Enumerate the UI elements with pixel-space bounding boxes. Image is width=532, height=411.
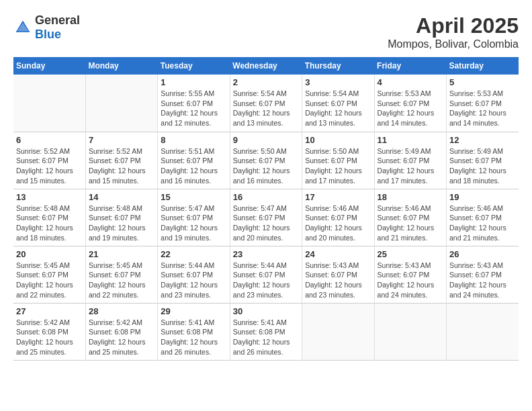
day-number: 28 — [89, 306, 154, 316]
calendar-header-row: SundayMondayTuesdayWednesdayThursdayFrid… — [13, 57, 519, 75]
day-number: 12 — [449, 135, 516, 145]
header-friday: Friday — [374, 57, 446, 75]
calendar-cell: 2Sunrise: 5:54 AM Sunset: 6:07 PM Daylig… — [230, 75, 302, 132]
day-info: Sunrise: 5:46 AM Sunset: 6:07 PM Dayligh… — [378, 203, 443, 243]
header-sunday: Sunday — [13, 57, 85, 75]
day-info: Sunrise: 5:53 AM Sunset: 6:07 PM Dayligh… — [378, 89, 443, 128]
calendar-cell: 22Sunrise: 5:44 AM Sunset: 6:07 PM Dayli… — [158, 246, 230, 303]
week-row-4: 20Sunrise: 5:45 AM Sunset: 6:07 PM Dayli… — [13, 246, 519, 303]
day-number: 19 — [449, 192, 516, 202]
calendar-cell: 6Sunrise: 5:52 AM Sunset: 6:07 PM Daylig… — [13, 132, 85, 189]
day-info: Sunrise: 5:50 AM Sunset: 6:07 PM Dayligh… — [305, 146, 371, 186]
header-saturday: Saturday — [447, 57, 519, 75]
day-info: Sunrise: 5:54 AM Sunset: 6:07 PM Dayligh… — [233, 89, 299, 128]
calendar-cell: 27Sunrise: 5:42 AM Sunset: 6:08 PM Dayli… — [13, 303, 85, 360]
calendar-cell: 30Sunrise: 5:41 AM Sunset: 6:08 PM Dayli… — [230, 303, 302, 360]
day-number: 14 — [89, 192, 154, 202]
day-number: 21 — [89, 249, 154, 259]
day-info: Sunrise: 5:53 AM Sunset: 6:07 PM Dayligh… — [449, 89, 516, 128]
page-header: General Blue April 2025 Mompos, Bolivar,… — [13, 13, 519, 50]
logo-text: General Blue — [35, 13, 80, 42]
day-info: Sunrise: 5:43 AM Sunset: 6:07 PM Dayligh… — [378, 261, 443, 300]
day-number: 17 — [305, 192, 371, 202]
day-info: Sunrise: 5:46 AM Sunset: 6:07 PM Dayligh… — [305, 203, 371, 243]
location-title: Mompos, Bolivar, Colombia — [388, 38, 519, 50]
day-number: 3 — [305, 77, 371, 87]
day-number: 11 — [378, 135, 443, 145]
day-number: 27 — [16, 306, 83, 316]
title-block: April 2025 Mompos, Bolivar, Colombia — [388, 13, 519, 50]
header-thursday: Thursday — [302, 57, 374, 75]
calendar-cell: 17Sunrise: 5:46 AM Sunset: 6:07 PM Dayli… — [302, 189, 374, 246]
calendar-cell: 23Sunrise: 5:44 AM Sunset: 6:07 PM Dayli… — [230, 246, 302, 303]
logo-blue: Blue — [35, 28, 61, 41]
calendar-cell — [13, 75, 85, 132]
day-info: Sunrise: 5:41 AM Sunset: 6:08 PM Dayligh… — [233, 318, 299, 357]
day-number: 6 — [16, 135, 83, 145]
header-tuesday: Tuesday — [158, 57, 230, 75]
day-number: 2 — [233, 77, 299, 87]
day-info: Sunrise: 5:54 AM Sunset: 6:07 PM Dayligh… — [305, 89, 371, 128]
day-info: Sunrise: 5:50 AM Sunset: 6:07 PM Dayligh… — [233, 146, 299, 186]
calendar-cell: 15Sunrise: 5:47 AM Sunset: 6:07 PM Dayli… — [158, 189, 230, 246]
calendar-cell — [85, 75, 157, 132]
day-number: 26 — [449, 249, 516, 259]
day-number: 18 — [378, 192, 443, 202]
calendar-cell — [302, 303, 374, 360]
calendar-cell: 20Sunrise: 5:45 AM Sunset: 6:07 PM Dayli… — [13, 246, 85, 303]
calendar-cell: 3Sunrise: 5:54 AM Sunset: 6:07 PM Daylig… — [302, 75, 374, 132]
calendar-cell: 13Sunrise: 5:48 AM Sunset: 6:07 PM Dayli… — [13, 189, 85, 246]
day-number: 9 — [233, 135, 299, 145]
day-number: 30 — [233, 306, 299, 316]
calendar-cell: 4Sunrise: 5:53 AM Sunset: 6:07 PM Daylig… — [374, 75, 446, 132]
week-row-1: 1Sunrise: 5:55 AM Sunset: 6:07 PM Daylig… — [13, 75, 519, 132]
day-number: 24 — [305, 249, 371, 259]
logo-icon — [13, 18, 32, 37]
day-info: Sunrise: 5:46 AM Sunset: 6:07 PM Dayligh… — [449, 203, 516, 243]
day-number: 15 — [161, 192, 226, 202]
day-number: 13 — [16, 192, 83, 202]
day-number: 22 — [161, 249, 226, 259]
day-info: Sunrise: 5:44 AM Sunset: 6:07 PM Dayligh… — [161, 261, 226, 300]
day-info: Sunrise: 5:45 AM Sunset: 6:07 PM Dayligh… — [16, 261, 83, 300]
calendar-cell: 10Sunrise: 5:50 AM Sunset: 6:07 PM Dayli… — [302, 132, 374, 189]
calendar-cell: 8Sunrise: 5:51 AM Sunset: 6:07 PM Daylig… — [158, 132, 230, 189]
day-number: 7 — [89, 135, 154, 145]
logo: General Blue — [13, 13, 80, 42]
day-number: 25 — [378, 249, 443, 259]
calendar-table: SundayMondayTuesdayWednesdayThursdayFrid… — [13, 57, 519, 361]
calendar-cell: 29Sunrise: 5:41 AM Sunset: 6:08 PM Dayli… — [158, 303, 230, 360]
day-info: Sunrise: 5:55 AM Sunset: 6:07 PM Dayligh… — [161, 89, 226, 128]
day-number: 4 — [378, 77, 443, 87]
calendar-cell: 26Sunrise: 5:43 AM Sunset: 6:07 PM Dayli… — [447, 246, 519, 303]
week-row-2: 6Sunrise: 5:52 AM Sunset: 6:07 PM Daylig… — [13, 132, 519, 189]
day-info: Sunrise: 5:48 AM Sunset: 6:07 PM Dayligh… — [89, 203, 154, 243]
calendar-cell: 18Sunrise: 5:46 AM Sunset: 6:07 PM Dayli… — [374, 189, 446, 246]
day-number: 8 — [161, 135, 226, 145]
calendar-cell: 9Sunrise: 5:50 AM Sunset: 6:07 PM Daylig… — [230, 132, 302, 189]
calendar-cell: 11Sunrise: 5:49 AM Sunset: 6:07 PM Dayli… — [374, 132, 446, 189]
day-info: Sunrise: 5:42 AM Sunset: 6:08 PM Dayligh… — [16, 318, 83, 357]
day-info: Sunrise: 5:43 AM Sunset: 6:07 PM Dayligh… — [449, 261, 516, 300]
day-info: Sunrise: 5:45 AM Sunset: 6:07 PM Dayligh… — [89, 261, 154, 300]
week-row-5: 27Sunrise: 5:42 AM Sunset: 6:08 PM Dayli… — [13, 303, 519, 360]
header-monday: Monday — [85, 57, 157, 75]
day-info: Sunrise: 5:41 AM Sunset: 6:08 PM Dayligh… — [161, 318, 226, 357]
day-info: Sunrise: 5:44 AM Sunset: 6:07 PM Dayligh… — [233, 261, 299, 300]
day-info: Sunrise: 5:49 AM Sunset: 6:07 PM Dayligh… — [378, 146, 443, 186]
day-number: 16 — [233, 192, 299, 202]
day-info: Sunrise: 5:42 AM Sunset: 6:08 PM Dayligh… — [89, 318, 154, 357]
calendar-cell: 25Sunrise: 5:43 AM Sunset: 6:07 PM Dayli… — [374, 246, 446, 303]
day-number: 29 — [161, 306, 226, 316]
calendar-cell: 5Sunrise: 5:53 AM Sunset: 6:07 PM Daylig… — [447, 75, 519, 132]
calendar-cell: 21Sunrise: 5:45 AM Sunset: 6:07 PM Dayli… — [85, 246, 157, 303]
day-info: Sunrise: 5:52 AM Sunset: 6:07 PM Dayligh… — [16, 146, 83, 186]
calendar-cell: 19Sunrise: 5:46 AM Sunset: 6:07 PM Dayli… — [447, 189, 519, 246]
day-number: 5 — [449, 77, 516, 87]
day-info: Sunrise: 5:52 AM Sunset: 6:07 PM Dayligh… — [89, 146, 154, 186]
calendar-cell: 7Sunrise: 5:52 AM Sunset: 6:07 PM Daylig… — [85, 132, 157, 189]
day-number: 1 — [161, 77, 226, 87]
day-info: Sunrise: 5:48 AM Sunset: 6:07 PM Dayligh… — [16, 203, 83, 243]
day-info: Sunrise: 5:43 AM Sunset: 6:07 PM Dayligh… — [305, 261, 371, 300]
calendar-cell — [447, 303, 519, 360]
